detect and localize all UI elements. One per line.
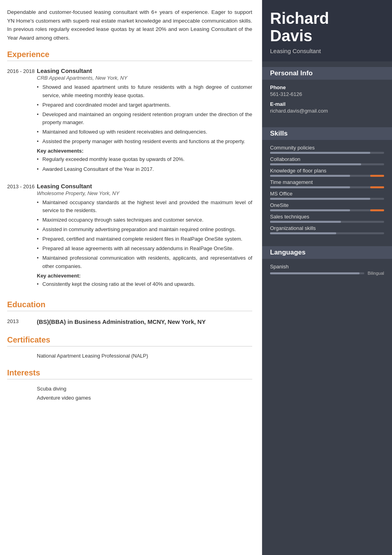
- skill-name: Organizational skills: [270, 225, 384, 231]
- profile-name: Richard Davis: [270, 10, 384, 44]
- skill-bar-remaining: [370, 209, 384, 211]
- personal-info-section: Personal Info Phone 561-312-6126 E-mail …: [262, 61, 392, 122]
- skills-section: Skills Community policiesCollaborationKn…: [262, 122, 392, 241]
- experience-heading: Experience: [7, 50, 252, 61]
- profile-title: Leasing Consultant: [270, 48, 384, 54]
- bullet-item: Assisted the property manager with hosti…: [37, 138, 252, 145]
- exp-content: Leasing ConsultantWholesome Property, Ne…: [37, 183, 252, 291]
- experience-section: Experience 2016 - 2018Leasing Consultant…: [7, 50, 252, 291]
- bullet-item: Assisted in community advertising prepar…: [37, 226, 252, 233]
- skill-name: Collaboration: [270, 156, 384, 162]
- summary-text: Dependable and customer-focused leasing …: [7, 8, 252, 42]
- lang-bar-container: [270, 272, 364, 274]
- interests-section: Interests Scuba divingAdventure video ga…: [7, 368, 252, 401]
- lang-bar-fill: [270, 272, 360, 274]
- lang-bar-row: Bilingual: [270, 271, 384, 276]
- education-list: 2013(BS)(BBA) in Business Administration…: [7, 318, 252, 326]
- skill-name: Sales techniques: [270, 214, 384, 220]
- skill-bar-fill: [270, 221, 341, 223]
- bullet-item: Prepared all lease agreements with all n…: [37, 245, 252, 253]
- phone-label: Phone: [270, 84, 384, 90]
- exp-company: CRB Appeal Apartments, New York, NY: [37, 75, 252, 81]
- certificates-section: Certificates National Apartment Leasing …: [7, 335, 252, 359]
- skill-bar-remaining: [370, 186, 384, 188]
- achievement-item: Regularly exceeded monthly lease quotas …: [37, 155, 252, 163]
- skill-bar-container: [270, 163, 384, 165]
- skill-bar-remaining: [370, 175, 384, 177]
- skill-bar-container: [270, 221, 384, 223]
- achievements-bullets: Regularly exceeded monthly lease quotas …: [37, 155, 252, 173]
- left-column: Dependable and customer-focused leasing …: [0, 0, 262, 555]
- bullet-item: Prepared and coordinated model and targe…: [37, 101, 252, 109]
- certificate-item: National Apartment Leasing Professional …: [7, 353, 252, 359]
- languages-list: SpanishBilingual: [270, 264, 384, 276]
- exp-title: Leasing Consultant: [37, 183, 252, 189]
- interest-item: Adventure video games: [7, 395, 252, 401]
- interest-date: [7, 386, 37, 392]
- bullet-item: Maximized occupancy through sales techni…: [37, 216, 252, 224]
- skill-bar-fill: [270, 209, 350, 211]
- interests-list: Scuba divingAdventure video games: [7, 386, 252, 401]
- skill-name: OneSite: [270, 202, 384, 208]
- achievement-item: Awarded Leasing Consultant of the Year i…: [37, 165, 252, 173]
- skill-name: MS Office: [270, 191, 384, 197]
- skill-bar-fill: [270, 175, 350, 177]
- skills-list: Community policiesCollaborationKnowledge…: [270, 145, 384, 234]
- personal-info-heading: Personal Info: [262, 67, 392, 80]
- email-value: richard.davis@gmail.com: [270, 108, 384, 114]
- interest-text: Scuba diving: [37, 386, 66, 392]
- cert-text: National Apartment Leasing Professional …: [37, 353, 148, 359]
- bullet-item: Showed and leased apartment units to fut…: [37, 83, 252, 99]
- experience-item: 2016 - 2018Leasing ConsultantCRB Appeal …: [7, 67, 252, 175]
- achievements-bullets: Consistently kept the closing ratio at t…: [37, 280, 252, 288]
- bullet-item: Developed and maintained an ongoing resi…: [37, 111, 252, 126]
- languages-section: Languages SpanishBilingual: [262, 241, 392, 281]
- bullet-item: Prepared, certified and maintained compl…: [37, 235, 252, 243]
- experience-list: 2016 - 2018Leasing ConsultantCRB Appeal …: [7, 67, 252, 291]
- certificates-heading: Certificates: [7, 335, 252, 346]
- interests-heading: Interests: [7, 368, 252, 379]
- certificates-list: National Apartment Leasing Professional …: [7, 353, 252, 359]
- achievement-item: Consistently kept the closing ratio at t…: [37, 280, 252, 288]
- cert-date: [7, 353, 37, 359]
- edu-degree: (BS)(BBA) in Business Administration, MC…: [37, 318, 252, 326]
- skill-name: Knowledge of floor plans: [270, 168, 384, 174]
- exp-bullets: Showed and leased apartment units to fut…: [37, 83, 252, 145]
- bullet-item: Maintained and followed up with resident…: [37, 128, 252, 136]
- email-label: E-mail: [270, 101, 384, 107]
- lang-name: Spanish: [270, 264, 384, 270]
- key-achievements-label: Key achievement:: [37, 273, 252, 279]
- skill-name: Time management: [270, 179, 384, 185]
- languages-heading: Languages: [262, 246, 392, 259]
- exp-company: Wholesome Property, New York, NY: [37, 190, 252, 196]
- education-item: 2013(BS)(BBA) in Business Administration…: [7, 318, 252, 326]
- skill-bar-fill: [270, 186, 350, 188]
- interest-date: [7, 395, 37, 401]
- phone-value: 561-312-6126: [270, 91, 384, 97]
- skill-bar-container: [270, 209, 384, 211]
- key-achievements-label: Key achievements:: [37, 148, 252, 154]
- skill-bar-container: [270, 198, 384, 200]
- skill-bar-container: [270, 186, 384, 188]
- skill-bar-container: [270, 175, 384, 177]
- bullet-item: Maintained professional communication wi…: [37, 254, 252, 270]
- lang-level: Bilingual: [367, 271, 384, 276]
- exp-dates: 2016 - 2018: [7, 67, 37, 175]
- exp-bullets: Maintained occupancy standards at the hi…: [37, 199, 252, 270]
- edu-date: 2013: [7, 318, 37, 326]
- education-section: Education 2013(BS)(BBA) in Business Admi…: [7, 300, 252, 326]
- skill-name: Community policies: [270, 145, 384, 151]
- skill-bar-fill: [270, 163, 361, 165]
- skill-bar-fill: [270, 232, 336, 234]
- education-heading: Education: [7, 300, 252, 311]
- profile-header: Richard Davis Leasing Consultant: [262, 0, 392, 61]
- skill-bar-fill: [270, 198, 370, 200]
- skills-heading: Skills: [262, 127, 392, 140]
- interest-item: Scuba diving: [7, 386, 252, 392]
- skill-bar-fill: [270, 152, 370, 154]
- exp-title: Leasing Consultant: [37, 67, 252, 74]
- exp-content: Leasing ConsultantCRB Appeal Apartments,…: [37, 67, 252, 175]
- bullet-item: Maintained occupancy standards at the hi…: [37, 199, 252, 214]
- experience-item: 2013 - 2016Leasing ConsultantWholesome P…: [7, 183, 252, 291]
- skill-bar-container: [270, 152, 384, 154]
